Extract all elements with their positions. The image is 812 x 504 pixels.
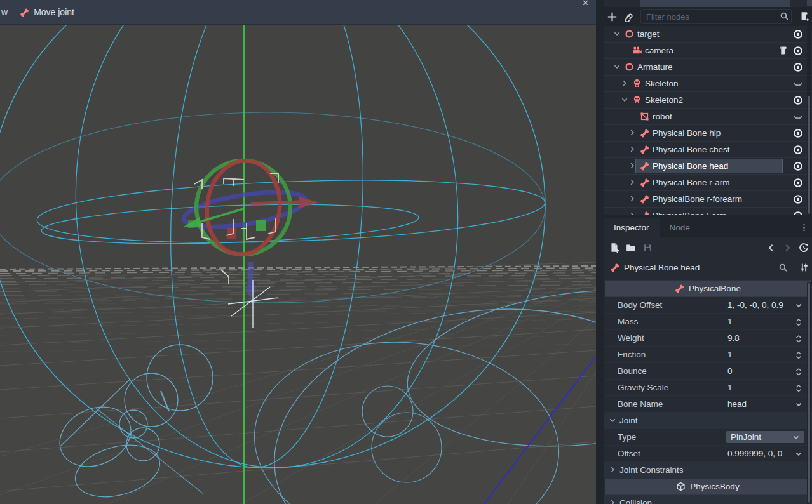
property-row-type[interactable]: TypePinJoint bbox=[604, 429, 812, 446]
filter-nodes-input[interactable] bbox=[640, 9, 792, 24]
new-resource-button[interactable] bbox=[606, 240, 623, 255]
plus-icon bbox=[607, 11, 618, 22]
kebab-menu-icon[interactable] bbox=[800, 222, 808, 233]
property-row-bounce[interactable]: Bounce0 bbox=[604, 363, 812, 380]
load-resource-button[interactable] bbox=[623, 240, 639, 255]
scene-tree-row[interactable]: robot bbox=[604, 109, 812, 125]
save-resource-button[interactable] bbox=[639, 240, 656, 255]
property-tools-button[interactable] bbox=[795, 260, 812, 275]
visibility-on-icon[interactable] bbox=[793, 62, 803, 72]
section-header-physicsbody[interactable]: PhysicsBody bbox=[605, 479, 811, 495]
group-label: Joint Constraints bbox=[619, 465, 684, 475]
gizmo-plane-handle-green[interactable] bbox=[256, 220, 266, 231]
property-label: Mass bbox=[618, 317, 638, 326]
search-properties-button[interactable] bbox=[775, 260, 791, 275]
gizmo-x-arrow[interactable] bbox=[251, 202, 299, 204]
godot-editor: w Move joint ✕ targetcameraArma bbox=[0, 0, 812, 504]
property-value[interactable]: 1 bbox=[727, 383, 733, 392]
gizmo-x-arrowhead[interactable] bbox=[299, 197, 320, 208]
property-row-offset[interactable]: Offset0.999999, 0, 0 bbox=[604, 446, 812, 462]
property-row-friction[interactable]: Friction1 bbox=[604, 347, 812, 363]
visibility-on-icon[interactable] bbox=[793, 161, 803, 171]
scene-tree-row[interactable]: camera bbox=[604, 43, 812, 59]
property-row-body-offset[interactable]: Body Offset1, -0, -0, 0, 0.9 bbox=[604, 297, 812, 314]
3d-viewport[interactable]: w Move joint ✕ bbox=[0, 0, 596, 504]
visibility-on-icon[interactable] bbox=[793, 145, 803, 155]
chevron-down-icon[interactable] bbox=[794, 301, 803, 310]
scene-tree-row[interactable]: Physical Bone head bbox=[604, 158, 812, 175]
property-value[interactable]: 9.8 bbox=[727, 333, 740, 343]
visibility-on-icon[interactable] bbox=[793, 178, 803, 188]
section-header-physicalbone[interactable]: PhysicalBone bbox=[605, 281, 811, 297]
property-value[interactable]: 1 bbox=[727, 317, 733, 326]
dropdown-type[interactable]: PinJoint bbox=[726, 431, 804, 443]
group-row-joint[interactable]: Joint bbox=[604, 413, 812, 429]
property-row-bone-name[interactable]: Bone Namehead bbox=[604, 396, 812, 413]
scene-tree-row[interactable]: Physical Bone hip bbox=[604, 125, 812, 142]
scene-tree-row[interactable]: target bbox=[604, 26, 812, 43]
row-buttons bbox=[793, 95, 803, 105]
scene-tree-row[interactable]: Armature bbox=[604, 59, 812, 76]
property-row-weight[interactable]: Weight9.8 bbox=[604, 330, 812, 347]
expand-arrow-icon[interactable] bbox=[628, 145, 637, 154]
add-node-button[interactable] bbox=[604, 9, 620, 24]
group-row-collision[interactable]: Collision bbox=[604, 495, 812, 504]
property-value[interactable]: 0.999999, 0, 0 bbox=[727, 449, 782, 458]
property-row-gravity-scale[interactable]: Gravity Scale1 bbox=[604, 380, 812, 396]
scene-tree-row[interactable]: Skeleton bbox=[604, 76, 812, 92]
property-row-mass[interactable]: Mass1 bbox=[604, 314, 812, 330]
visibility-on-icon[interactable] bbox=[793, 46, 803, 56]
tab-node[interactable]: Node bbox=[660, 218, 700, 237]
spinner-icon[interactable] bbox=[794, 334, 803, 343]
spinner-icon[interactable] bbox=[794, 367, 803, 376]
expand-arrow-icon[interactable] bbox=[628, 129, 637, 137]
spinner-icon[interactable] bbox=[794, 350, 803, 360]
visibility-off-icon[interactable] bbox=[793, 79, 803, 89]
collapse-arrow-icon[interactable] bbox=[609, 416, 617, 425]
inspector-scrollbar[interactable] bbox=[807, 282, 811, 504]
scene-tree-row[interactable]: Physical Bone chest bbox=[604, 142, 812, 158]
gizmo-plane-handle-green2[interactable] bbox=[188, 220, 194, 228]
collapse-arrow-icon[interactable] bbox=[621, 96, 629, 104]
attach-script-button[interactable] bbox=[795, 9, 812, 24]
visibility-on-icon[interactable] bbox=[793, 128, 803, 138]
object-history-button[interactable] bbox=[795, 240, 812, 255]
gizmo-y-ring[interactable] bbox=[196, 161, 290, 255]
scene-tree-row[interactable]: PhysicalBone r-forearm bbox=[604, 191, 812, 208]
property-value[interactable]: head bbox=[727, 399, 747, 409]
partial-close-icon[interactable]: ✕ bbox=[582, 0, 596, 6]
spinner-icon[interactable] bbox=[794, 317, 803, 327]
collapse-arrow-icon[interactable] bbox=[613, 63, 621, 71]
scene-tree-row[interactable]: Skeleton2 bbox=[604, 92, 812, 109]
script-icon[interactable] bbox=[778, 46, 788, 55]
partial-menu-label[interactable]: w bbox=[1, 7, 8, 17]
group-row-joint-constraints[interactable]: Joint Constraints bbox=[604, 462, 812, 479]
instance-scene-button[interactable] bbox=[620, 9, 637, 24]
scene-tree-row[interactable]: PhysicalBone l-arm bbox=[604, 208, 812, 215]
tab-inspector[interactable]: Inspector bbox=[604, 218, 660, 237]
expand-arrow-icon[interactable] bbox=[621, 79, 629, 88]
collapse-arrow-icon[interactable] bbox=[613, 30, 621, 38]
visibility-on-icon[interactable] bbox=[793, 29, 803, 39]
expand-arrow-icon[interactable] bbox=[628, 178, 637, 187]
property-value[interactable]: 0 bbox=[727, 366, 733, 376]
gizmo-plane-handle-red[interactable] bbox=[227, 228, 236, 239]
chevron-down-icon[interactable] bbox=[794, 449, 803, 458]
expand-arrow-icon[interactable] bbox=[609, 499, 617, 504]
expand-arrow-icon[interactable] bbox=[609, 466, 617, 474]
visibility-on-icon[interactable] bbox=[793, 194, 803, 204]
history-forward-button[interactable] bbox=[779, 240, 795, 255]
scene-tree-scrollbar[interactable] bbox=[807, 26, 811, 215]
scene-tree-row[interactable]: Physical Bone r-arm bbox=[604, 175, 812, 191]
visibility-on-icon[interactable] bbox=[793, 211, 803, 215]
expand-arrow-icon[interactable] bbox=[628, 211, 637, 215]
property-value[interactable]: 1 bbox=[727, 350, 733, 359]
visibility-on-icon[interactable] bbox=[793, 95, 803, 105]
visibility-off-icon[interactable] bbox=[793, 112, 803, 122]
spinner-icon[interactable] bbox=[794, 383, 803, 393]
history-back-button[interactable] bbox=[762, 240, 779, 255]
expand-arrow-icon[interactable] bbox=[628, 162, 637, 170]
chevron-down-icon[interactable] bbox=[794, 400, 803, 409]
expand-arrow-icon[interactable] bbox=[628, 195, 637, 203]
property-value[interactable]: 1, -0, -0, 0, 0.9 bbox=[727, 300, 783, 310]
